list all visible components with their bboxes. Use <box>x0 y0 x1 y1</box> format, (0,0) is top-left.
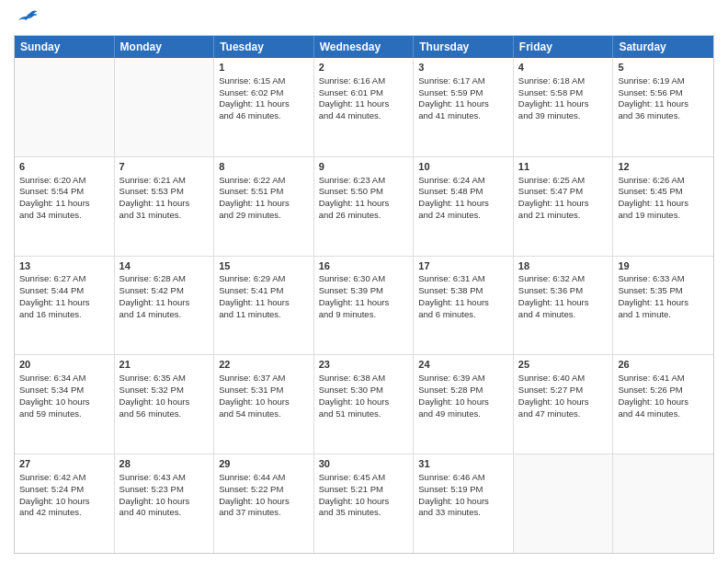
sunset-text: Sunset: 5:53 PM <box>119 186 210 198</box>
daylight-text-line2: and 4 minutes. <box>518 309 609 321</box>
daylight-text-line1: Daylight: 11 hours <box>19 198 109 210</box>
day-number: 8 <box>219 160 309 174</box>
sunset-text: Sunset: 5:26 PM <box>618 385 709 396</box>
header <box>14 9 714 28</box>
sunset-text: Sunset: 5:42 PM <box>119 285 210 297</box>
sunrise-text: Sunrise: 6:35 AM <box>119 373 210 385</box>
sunrise-text: Sunrise: 6:32 AM <box>518 273 609 285</box>
day-number: 30 <box>319 457 409 471</box>
day-number: 25 <box>518 358 609 372</box>
calendar-cell: 20Sunrise: 6:34 AMSunset: 5:34 PMDayligh… <box>15 355 115 454</box>
daylight-text-line1: Daylight: 10 hours <box>119 396 210 408</box>
daylight-text-line2: and 9 minutes. <box>319 309 409 321</box>
day-number: 16 <box>319 259 409 273</box>
day-number: 3 <box>418 61 508 75</box>
day-number: 14 <box>119 259 210 273</box>
calendar-cell: 31Sunrise: 6:46 AMSunset: 5:19 PMDayligh… <box>414 454 514 553</box>
day-number: 12 <box>618 160 709 174</box>
sunrise-text: Sunrise: 6:27 AM <box>19 273 109 285</box>
sunset-text: Sunset: 5:54 PM <box>19 186 109 198</box>
sunrise-text: Sunrise: 6:20 AM <box>19 175 109 187</box>
sunset-text: Sunset: 5:44 PM <box>19 285 109 297</box>
sunrise-text: Sunrise: 6:17 AM <box>418 75 508 87</box>
daylight-text-line1: Daylight: 10 hours <box>219 496 309 508</box>
sunset-text: Sunset: 5:45 PM <box>618 186 709 198</box>
daylight-text-line2: and 26 minutes. <box>319 210 409 222</box>
calendar-cell: 2Sunrise: 6:16 AMSunset: 6:01 PMDaylight… <box>314 58 415 156</box>
day-number: 18 <box>518 259 609 273</box>
sunrise-text: Sunrise: 6:42 AM <box>19 472 109 484</box>
daylight-text-line1: Daylight: 11 hours <box>518 98 609 110</box>
sunrise-text: Sunrise: 6:45 AM <box>319 472 409 484</box>
daylight-text-line2: and 46 minutes. <box>219 110 309 122</box>
daylight-text-line1: Daylight: 10 hours <box>19 396 109 408</box>
logo <box>14 9 38 28</box>
sunset-text: Sunset: 5:36 PM <box>518 285 609 297</box>
sunrise-text: Sunrise: 6:38 AM <box>319 373 409 385</box>
sunset-text: Sunset: 5:30 PM <box>319 385 409 396</box>
sunset-text: Sunset: 5:28 PM <box>418 385 508 396</box>
calendar-cell: 18Sunrise: 6:32 AMSunset: 5:36 PMDayligh… <box>514 257 614 355</box>
daylight-text-line1: Daylight: 10 hours <box>418 496 508 508</box>
sunrise-text: Sunrise: 6:44 AM <box>219 472 309 484</box>
sunrise-text: Sunrise: 6:25 AM <box>518 175 609 187</box>
daylight-text-line2: and 24 minutes. <box>418 210 508 222</box>
calendar-cell: 30Sunrise: 6:45 AMSunset: 5:21 PMDayligh… <box>314 454 415 553</box>
sunset-text: Sunset: 5:38 PM <box>418 285 508 297</box>
calendar-cell: 4Sunrise: 6:18 AMSunset: 5:58 PMDaylight… <box>514 58 614 156</box>
sunrise-text: Sunrise: 6:24 AM <box>418 175 508 187</box>
sunset-text: Sunset: 5:56 PM <box>618 87 709 99</box>
daylight-text-line2: and 44 minutes. <box>618 408 709 420</box>
day-number: 11 <box>518 160 609 174</box>
sunrise-text: Sunrise: 6:22 AM <box>219 175 309 187</box>
day-number: 15 <box>219 259 309 273</box>
sunset-text: Sunset: 5:39 PM <box>319 285 409 297</box>
daylight-text-line1: Daylight: 11 hours <box>618 198 709 210</box>
calendar-cell: 14Sunrise: 6:28 AMSunset: 5:42 PMDayligh… <box>115 257 215 355</box>
day-number: 19 <box>618 259 709 273</box>
daylight-text-line1: Daylight: 10 hours <box>618 396 709 408</box>
sunrise-text: Sunrise: 6:37 AM <box>219 373 309 385</box>
daylight-text-line1: Daylight: 10 hours <box>219 396 309 408</box>
sunset-text: Sunset: 5:21 PM <box>319 484 409 496</box>
sunrise-text: Sunrise: 6:19 AM <box>618 75 709 87</box>
daylight-text-line2: and 54 minutes. <box>219 408 309 420</box>
calendar-cell <box>514 454 614 553</box>
daylight-text-line2: and 21 minutes. <box>518 210 609 222</box>
daylight-text-line2: and 1 minute. <box>618 309 709 321</box>
calendar-cell: 19Sunrise: 6:33 AMSunset: 5:35 PMDayligh… <box>613 257 713 355</box>
day-number: 24 <box>418 358 508 372</box>
daylight-text-line1: Daylight: 11 hours <box>319 98 409 110</box>
calendar-cell: 3Sunrise: 6:17 AMSunset: 5:59 PMDaylight… <box>414 58 514 156</box>
daylight-text-line1: Daylight: 11 hours <box>119 198 210 210</box>
calendar-cell: 15Sunrise: 6:29 AMSunset: 5:41 PMDayligh… <box>214 257 314 355</box>
sunrise-text: Sunrise: 6:33 AM <box>618 273 709 285</box>
sunset-text: Sunset: 5:27 PM <box>518 385 609 396</box>
sunset-text: Sunset: 5:50 PM <box>319 186 409 198</box>
sunset-text: Sunset: 6:01 PM <box>319 87 409 99</box>
calendar-cell: 28Sunrise: 6:43 AMSunset: 5:23 PMDayligh… <box>115 454 215 553</box>
sunrise-text: Sunrise: 6:16 AM <box>319 75 409 87</box>
daylight-text-line2: and 42 minutes. <box>19 507 109 519</box>
sunset-text: Sunset: 5:32 PM <box>119 385 210 396</box>
calendar-cell <box>15 58 115 156</box>
calendar-cell: 27Sunrise: 6:42 AMSunset: 5:24 PMDayligh… <box>15 454 115 553</box>
sunset-text: Sunset: 5:59 PM <box>418 87 508 99</box>
daylight-text-line1: Daylight: 11 hours <box>418 198 508 210</box>
calendar-week-5: 27Sunrise: 6:42 AMSunset: 5:24 PMDayligh… <box>15 454 713 553</box>
sunrise-text: Sunrise: 6:15 AM <box>219 75 309 87</box>
daylight-text-line2: and 29 minutes. <box>219 210 309 222</box>
sunset-text: Sunset: 5:58 PM <box>518 87 609 99</box>
day-number: 28 <box>119 457 210 471</box>
weekday-header-tuesday: Tuesday <box>214 36 314 58</box>
daylight-text-line2: and 16 minutes. <box>19 309 109 321</box>
daylight-text-line1: Daylight: 10 hours <box>119 496 210 508</box>
sunrise-text: Sunrise: 6:46 AM <box>418 472 508 484</box>
sunrise-text: Sunrise: 6:23 AM <box>319 175 409 187</box>
daylight-text-line1: Daylight: 10 hours <box>418 396 508 408</box>
calendar-cell: 23Sunrise: 6:38 AMSunset: 5:30 PMDayligh… <box>314 355 415 454</box>
daylight-text-line1: Daylight: 11 hours <box>119 297 210 309</box>
calendar-cell: 13Sunrise: 6:27 AMSunset: 5:44 PMDayligh… <box>15 257 115 355</box>
sunrise-text: Sunrise: 6:31 AM <box>418 273 508 285</box>
calendar-cell <box>115 58 215 156</box>
